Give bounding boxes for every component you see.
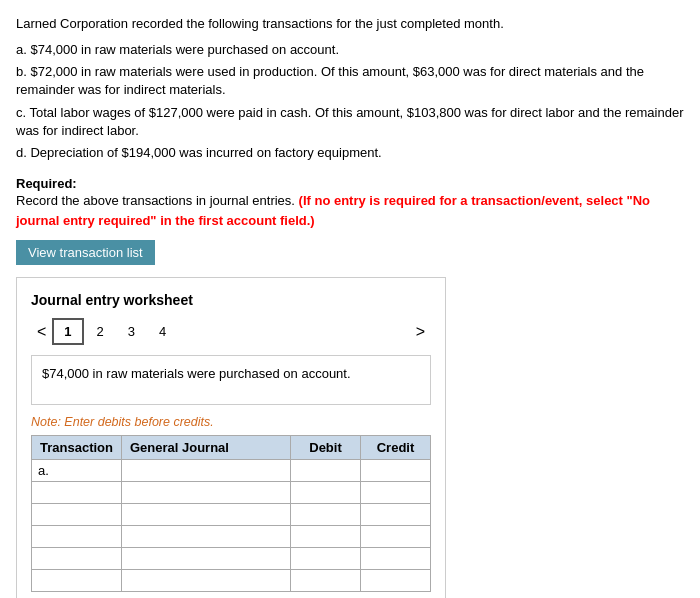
- header-transaction: Transaction: [32, 436, 122, 460]
- transaction-description: $74,000 in raw materials were purchased …: [31, 355, 431, 405]
- credit-cell-3[interactable]: [361, 526, 431, 548]
- debit-cell-4[interactable]: [291, 548, 361, 570]
- transaction-cell-1: [32, 482, 122, 504]
- credit-cell-4[interactable]: [361, 548, 431, 570]
- transaction-b-label: b.: [16, 64, 30, 79]
- credit-cell-5[interactable]: [361, 570, 431, 592]
- table-header-row: Transaction General Journal Debit Credit: [32, 436, 431, 460]
- table-row: [32, 504, 431, 526]
- transactions-list: a. $74,000 in raw materials were purchas…: [16, 41, 684, 162]
- transaction-c: c. Total labor wages of $127,000 were pa…: [16, 104, 684, 140]
- table-row: a.: [32, 460, 431, 482]
- general-journal-cell-2[interactable]: [121, 504, 290, 526]
- debit-cell-2[interactable]: [291, 504, 361, 526]
- journal-worksheet: Journal entry worksheet < 1 2 3 4 > $74,…: [16, 277, 446, 598]
- general-journal-cell-5[interactable]: [121, 570, 290, 592]
- required-instruction: Record the above transactions in journal…: [16, 191, 684, 230]
- transaction-cell-0: a.: [32, 460, 122, 482]
- table-row: [32, 526, 431, 548]
- table-row: [32, 570, 431, 592]
- header-credit: Credit: [361, 436, 431, 460]
- tab-numbers: 1 2 3 4: [52, 318, 177, 345]
- debit-cell-5[interactable]: [291, 570, 361, 592]
- intro-text: Larned Corporation recorded the followin…: [16, 16, 684, 31]
- tab-navigation: < 1 2 3 4 >: [31, 318, 431, 345]
- general-journal-cell-4[interactable]: [121, 548, 290, 570]
- required-section: Required: Record the above transactions …: [16, 176, 684, 230]
- credit-cell-2[interactable]: [361, 504, 431, 526]
- transaction-c-label: c.: [16, 105, 30, 120]
- prev-tab-arrow[interactable]: <: [31, 321, 52, 343]
- credit-cell-0[interactable]: [361, 460, 431, 482]
- transaction-cell-3: [32, 526, 122, 548]
- transaction-d-text: Depreciation of $194,000 was incurred on…: [30, 145, 381, 160]
- transaction-b-text: $72,000 in raw materials were used in pr…: [16, 64, 644, 97]
- required-label: Required:: [16, 176, 684, 191]
- transaction-cell-4: [32, 548, 122, 570]
- tab-3[interactable]: 3: [117, 319, 146, 344]
- header-general-journal: General Journal: [121, 436, 290, 460]
- transaction-c-text: Total labor wages of $127,000 were paid …: [16, 105, 684, 138]
- transaction-b: b. $72,000 in raw materials were used in…: [16, 63, 684, 99]
- transaction-a-text: $74,000 in raw materials were purchased …: [30, 42, 339, 57]
- transaction-d: d. Depreciation of $194,000 was incurred…: [16, 144, 684, 162]
- transaction-a: a. $74,000 in raw materials were purchas…: [16, 41, 684, 59]
- transaction-cell-5: [32, 570, 122, 592]
- transaction-d-label: d.: [16, 145, 30, 160]
- tab-4[interactable]: 4: [148, 319, 177, 344]
- header-debit: Debit: [291, 436, 361, 460]
- general-journal-cell-3[interactable]: [121, 526, 290, 548]
- credit-cell-1[interactable]: [361, 482, 431, 504]
- tab-1[interactable]: 1: [52, 318, 83, 345]
- general-journal-cell-0[interactable]: [121, 460, 290, 482]
- view-transaction-list-button[interactable]: View transaction list: [16, 240, 155, 265]
- journal-worksheet-title: Journal entry worksheet: [31, 292, 431, 308]
- general-journal-cell-1[interactable]: [121, 482, 290, 504]
- debit-cell-3[interactable]: [291, 526, 361, 548]
- debit-cell-1[interactable]: [291, 482, 361, 504]
- table-row: [32, 548, 431, 570]
- instruction-text: Record the above transactions in journal…: [16, 193, 295, 208]
- debit-cell-0[interactable]: [291, 460, 361, 482]
- transaction-a-label: a.: [16, 42, 30, 57]
- journal-table: Transaction General Journal Debit Credit…: [31, 435, 431, 592]
- transaction-cell-2: [32, 504, 122, 526]
- next-tab-arrow[interactable]: >: [410, 321, 431, 343]
- tab-2[interactable]: 2: [86, 319, 115, 344]
- note-text: Note: Enter debits before credits.: [31, 415, 431, 429]
- table-row: [32, 482, 431, 504]
